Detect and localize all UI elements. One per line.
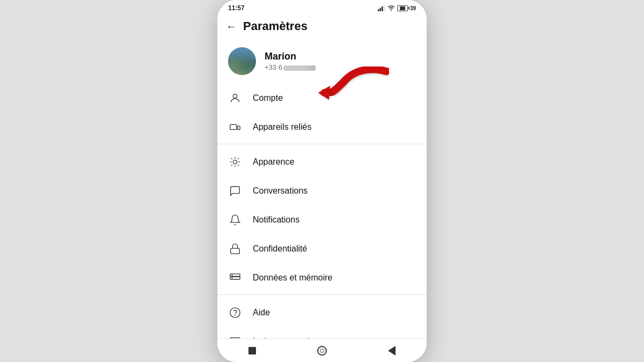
svg-point-9: [233, 160, 237, 164]
page-header: ← Paramètres: [217, 14, 427, 41]
sun-icon: [228, 155, 242, 169]
battery-icon: [397, 5, 408, 11]
profile-info: Marion +33 6: [265, 51, 316, 71]
aide-label: Aide: [253, 308, 416, 317]
signal-icon: [378, 5, 385, 11]
menu-item-notifications[interactable]: Notifications: [217, 205, 427, 234]
page-title: Paramètres: [243, 19, 308, 33]
scrollable-content[interactable]: ← Paramètres Marion +33 6: [217, 14, 427, 352]
nav-square-button[interactable]: [245, 343, 260, 358]
chat-icon: [228, 184, 242, 198]
time-display: 11:57: [228, 4, 245, 12]
svg-line-14: [231, 158, 232, 159]
divider-2: [217, 294, 427, 295]
profile-section[interactable]: Marion +33 6: [217, 41, 427, 84]
wifi-icon: [387, 5, 395, 11]
menu-item-apparence[interactable]: Apparence: [217, 147, 427, 176]
menu-item-compte[interactable]: Compte: [217, 84, 427, 113]
svg-point-23: [230, 308, 240, 317]
donnees-label: Données et mémoire: [253, 273, 416, 283]
svg-line-16: [238, 158, 239, 159]
appareils-label: Appareils reliés: [253, 122, 416, 132]
svg-rect-7: [230, 124, 237, 129]
person-icon: [228, 91, 242, 105]
confidentialite-label: Confidentialité: [253, 244, 416, 254]
circle-icon: [317, 346, 327, 356]
profile-name: Marion: [265, 51, 316, 62]
svg-rect-1: [379, 8, 381, 12]
divider-1: [217, 144, 427, 144]
status-bar: 11:57 39: [217, 0, 427, 14]
triangle-icon: [388, 346, 396, 356]
phone-blur: [283, 65, 316, 71]
conversations-label: Conversations: [253, 186, 416, 196]
bottom-nav: [217, 338, 427, 362]
svg-rect-2: [382, 6, 383, 11]
svg-point-4: [391, 10, 392, 11]
svg-line-15: [238, 165, 239, 166]
notifications-label: Notifications: [253, 215, 416, 225]
svg-rect-8: [238, 126, 240, 129]
menu-section-account: Compte Appareils reliés: [217, 84, 427, 144]
help-icon: [228, 306, 242, 320]
nav-back-button[interactable]: [384, 343, 399, 358]
status-indicators: 39: [378, 5, 416, 11]
menu-item-conversations[interactable]: Conversations: [217, 176, 427, 205]
back-button[interactable]: ←: [226, 21, 237, 32]
menu-item-appareils[interactable]: Appareils reliés: [217, 113, 427, 142]
bell-icon: [228, 213, 242, 227]
menu-item-donnees[interactable]: Données et mémoire: [217, 263, 427, 292]
menu-item-confidentialite[interactable]: Confidentialité: [217, 234, 427, 263]
profile-phone: +33 6: [265, 63, 316, 71]
svg-rect-3: [383, 5, 385, 12]
square-icon: [248, 347, 256, 354]
storage-icon: [228, 271, 242, 285]
nav-home-button[interactable]: [314, 343, 330, 358]
menu-section-settings: Apparence Conversations Notifications: [217, 147, 427, 295]
apparence-label: Apparence: [253, 157, 416, 167]
lock-icon: [228, 242, 242, 256]
svg-point-6: [233, 94, 237, 98]
svg-rect-18: [231, 248, 240, 254]
svg-rect-0: [378, 9, 379, 11]
battery-percent: 39: [410, 5, 416, 11]
avatar: [228, 47, 256, 75]
devices-icon: [228, 120, 242, 134]
svg-line-17: [231, 165, 232, 166]
menu-item-aide[interactable]: Aide: [217, 298, 427, 327]
phone-frame: 11:57 39 ←: [217, 0, 427, 362]
compte-label: Compte: [253, 93, 416, 103]
